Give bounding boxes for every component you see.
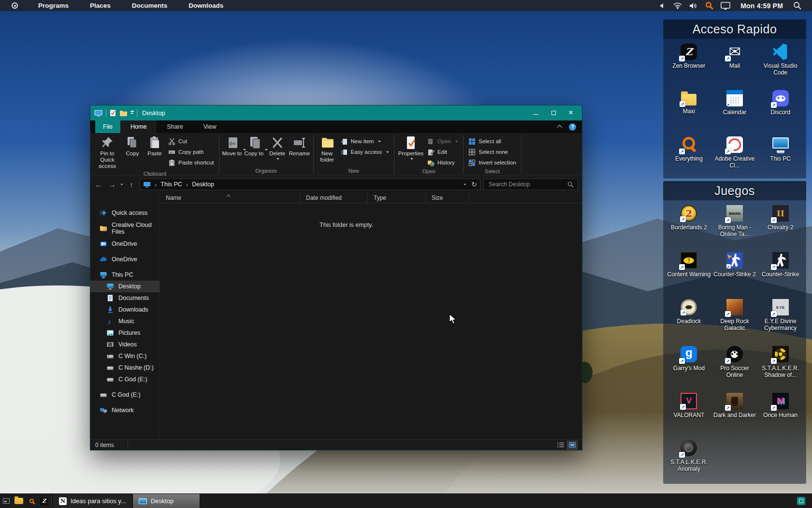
select-all-button[interactable]: Select all	[466, 136, 518, 147]
titlebar[interactable]: Desktop	[90, 105, 582, 120]
rename-button[interactable]: Rename	[289, 134, 311, 158]
delete-button[interactable]: Delete	[266, 134, 289, 161]
desktop-icon-pro-soccer-online[interactable]: ↗Pro Soccer Online	[712, 346, 758, 393]
desktop-icon-calendar[interactable]: ↗Calendar	[712, 90, 758, 136]
breadcrumb-this-pc[interactable]: This PC	[160, 181, 182, 188]
cut-button[interactable]: Cut	[166, 136, 217, 147]
tab-share[interactable]: Share	[157, 120, 193, 133]
file-list[interactable]: This folder is empty.	[160, 203, 582, 439]
tab-home[interactable]: Home	[120, 120, 157, 133]
copy-to-button[interactable]: Copy to	[244, 134, 266, 158]
edit-button[interactable]: Edit	[425, 147, 461, 157]
desktop-icon-everything[interactable]: ↗Everything	[666, 136, 712, 183]
file-explorer-taskbar-icon[interactable]	[13, 494, 25, 508]
select-none-button[interactable]: Select none	[466, 147, 518, 157]
search-box-icon[interactable]	[567, 181, 574, 188]
column-header-type[interactable]: Type	[368, 193, 426, 203]
qat-dropdown-icon[interactable]	[130, 113, 133, 116]
sidebar-item-pictures[interactable]: Pictures	[90, 327, 160, 339]
easy-access-button[interactable]: Easy access	[338, 147, 392, 157]
desktop-icon-this-pc[interactable]: This PC	[757, 136, 803, 183]
maximize-button[interactable]	[551, 110, 556, 116]
desktop-icon-borderlands-2[interactable]: ↗Borderlands 2	[666, 205, 712, 252]
open-button[interactable]: Open	[425, 136, 461, 147]
sidebar-item-creative-cloud-files[interactable]: Creative Cloud Files	[90, 223, 160, 234]
pin-to-quick-access-button[interactable]: Pin to Quick access	[93, 134, 121, 170]
desktop-icon-boring-man-online-ta-[interactable]: ↗Boring Man - Online Ta...	[712, 205, 758, 252]
clock[interactable]: Mon 4:59 PM	[740, 2, 783, 10]
column-header-size[interactable]: Size	[426, 193, 469, 203]
address-bar[interactable]: › This PC › Desktop ↻	[140, 179, 480, 190]
display-icon[interactable]	[721, 2, 730, 10]
search-box[interactable]	[483, 179, 578, 190]
desktop-icon-adobe-creative-cl-[interactable]: ↗Adobe Creative Cl...	[712, 136, 758, 183]
qat-properties-icon[interactable]	[110, 109, 116, 117]
recent-locations-icon[interactable]	[120, 184, 123, 187]
up-button[interactable]: ↑	[126, 180, 137, 189]
zen-browser-taskbar-icon[interactable]: Z	[38, 494, 50, 508]
wifi-icon[interactable]	[673, 2, 682, 9]
tab-file[interactable]: File	[95, 120, 120, 133]
tray-collapse-icon[interactable]	[657, 3, 663, 8]
sidebar-item-network[interactable]: Network	[90, 404, 160, 416]
details-view-button[interactable]	[556, 441, 566, 449]
desktop-peek-icon[interactable]	[0, 494, 13, 508]
launcher-icon[interactable]	[12, 2, 18, 9]
desktop-icon-valorant[interactable]: ↗VALORANT	[666, 393, 712, 440]
sidebar-item-documents[interactable]: Documents	[90, 292, 160, 304]
forward-button[interactable]: →	[107, 180, 117, 189]
help-icon[interactable]: ?	[569, 123, 576, 131]
ribbon-collapse-icon[interactable]	[557, 125, 562, 130]
search-icon[interactable]	[793, 1, 801, 10]
new-folder-button[interactable]: New folder	[316, 134, 338, 164]
desktop-icon-maxi[interactable]: ↗Maxi	[666, 90, 712, 136]
sidebar-item-c-nashe-d-[interactable]: C Nashe (D:)	[90, 362, 160, 374]
sidebar-item-c-god-e-[interactable]: C God (E:)	[90, 374, 160, 385]
refresh-icon[interactable]: ↻	[471, 180, 477, 188]
sidebar-item-videos[interactable]: Videos	[90, 339, 160, 350]
desktop-icon-mail[interactable]: ↗Mail	[712, 44, 758, 90]
sidebar-item-music[interactable]: Music	[90, 315, 160, 327]
sidebar-item-this-pc[interactable]: This PC	[90, 269, 160, 281]
desktop-icon-s-t-a-l-k-e-r-anomaly[interactable]: ↗S.T.A.L.K.E.R. Anomaly	[666, 440, 712, 487]
desktop-icon-deadlock[interactable]: ↗Deadlock	[666, 299, 712, 346]
copy-button[interactable]: Copy	[121, 134, 144, 158]
menu-documents[interactable]: Documents	[132, 2, 168, 9]
qat-new-folder-icon[interactable]	[119, 110, 127, 117]
fence-games-title[interactable]: Juegos	[663, 181, 806, 200]
column-header-name[interactable]: Name	[160, 193, 300, 203]
tab-view[interactable]: View	[193, 120, 227, 133]
paste-button[interactable]: Paste	[144, 134, 166, 158]
sidebar-item-desktop[interactable]: Desktop	[90, 281, 160, 292]
properties-button[interactable]: Properties	[397, 134, 425, 161]
sidebar-item-onedrive[interactable]: OneDrive	[90, 254, 160, 265]
close-button[interactable]	[569, 110, 574, 116]
desktop-icon-dark-and-darker[interactable]: ↗Dark and Darker	[712, 393, 758, 440]
thumbnails-view-button[interactable]	[567, 441, 577, 449]
invert-selection-button[interactable]: Invert selection	[466, 157, 518, 168]
corner-tray-icon[interactable]	[797, 497, 805, 505]
paste-shortcut-button[interactable]: Paste shortcut	[166, 157, 217, 168]
desktop-icon-garry-s-mod[interactable]: ↗Garry's Mod	[666, 346, 712, 393]
history-button[interactable]: History	[425, 157, 461, 168]
desktop-icon-e-y-e-divine-cybermancy[interactable]: ↗E.Y.E Divine Cybermancy	[757, 299, 803, 346]
sidebar-item-quick-access[interactable]: Quick access	[90, 207, 160, 219]
desktop-icon-counter-strike[interactable]: ↗Counter-Strike	[757, 252, 803, 299]
volume-icon[interactable]	[689, 2, 698, 9]
move-to-button[interactable]: Move to	[222, 134, 244, 158]
menu-places[interactable]: Places	[90, 2, 111, 9]
desktop-icon-discord[interactable]: ↗Discord	[757, 90, 803, 136]
desktop-icon-once-human[interactable]: ↗Once Human	[757, 393, 803, 440]
minimize-button[interactable]	[533, 110, 538, 116]
desktop-icon-chivalry-2[interactable]: ↗Chivalry 2	[757, 205, 803, 252]
desktop-icon-s-t-a-l-k-e-r-shadow-of-[interactable]: ↗S.T.A.L.K.E.R. Shadow of...	[757, 346, 803, 393]
sidebar-item-onedrive[interactable]: OneDrive	[90, 238, 160, 250]
column-header-date-modified[interactable]: Date modified	[300, 193, 368, 203]
taskbar-button-explorer[interactable]: Desktop	[132, 494, 200, 508]
menu-downloads[interactable]: Downloads	[188, 2, 223, 9]
sidebar-item-c-god-e-[interactable]: C God (E:)	[90, 389, 160, 401]
fence-quick-access-title[interactable]: Acceso Rapido	[663, 19, 806, 39]
copy-path-button[interactable]: W... Copy path	[166, 147, 217, 157]
breadcrumb-desktop[interactable]: Desktop	[192, 181, 214, 188]
sidebar-item-downloads[interactable]: Downloads	[90, 304, 160, 315]
